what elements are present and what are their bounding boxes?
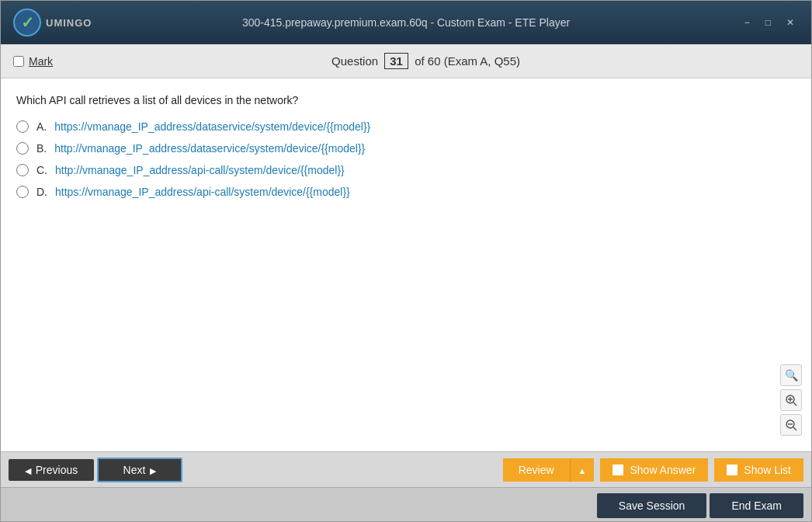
show-list-checkbox-icon — [727, 465, 737, 475]
question-text: Which API call retrieves a list of all d… — [16, 94, 796, 106]
previous-button[interactable]: Previous — [9, 459, 94, 481]
logo-text: UMINGO — [46, 17, 92, 29]
option-a: A. https://vmanage_IP_address/dataservic… — [16, 120, 796, 133]
option-c-radio[interactable] — [16, 164, 29, 176]
question-number: 31 — [384, 53, 408, 69]
zoom-out-icon — [785, 419, 797, 431]
option-d-letter: D. — [36, 186, 47, 198]
svg-line-5 — [793, 427, 796, 430]
bottom-action-bar: Save Session End Exam — [1, 487, 811, 522]
previous-label: Previous — [36, 464, 78, 476]
option-a-text: https://vmanage_IP_address/dataservice/s… — [54, 120, 370, 133]
option-a-radio[interactable] — [16, 120, 29, 133]
close-button[interactable]: ✕ — [782, 16, 799, 30]
option-b-letter: B. — [36, 142, 47, 155]
option-a-letter: A. — [36, 120, 47, 133]
zoom-in-icon — [785, 394, 797, 406]
option-c: C. http://vmanage_IP_address/api-call/sy… — [16, 164, 796, 176]
show-answer-checkbox-icon — [612, 465, 623, 475]
next-button[interactable]: Next — [97, 458, 182, 482]
previous-chevron-icon — [25, 464, 31, 476]
titlebar: ✓ UMINGO 300-415.prepaway.premium.exam.6… — [1, 1, 811, 44]
logo-circle: ✓ — [13, 9, 41, 37]
search-button[interactable]: 🔍 — [780, 364, 802, 386]
option-d-radio[interactable] — [16, 186, 29, 198]
option-b-radio[interactable] — [16, 142, 29, 155]
mark-label: Mark — [29, 55, 53, 68]
window-title: 300-415.prepaway.premium.exam.60q - Cust… — [242, 16, 570, 29]
question-info: Question 31 of 60 (Exam A, Q55) — [331, 53, 520, 69]
review-chevron-icon — [578, 464, 587, 476]
option-c-text: http://vmanage_IP_address/api-call/syste… — [55, 164, 345, 176]
option-b: B. http://vmanage_IP_address/dataservice… — [16, 142, 796, 155]
option-d: D. https://vmanage_IP_address/api-call/s… — [16, 186, 796, 198]
svg-line-1 — [793, 402, 796, 405]
zoom-tools: 🔍 — [780, 364, 802, 436]
logo: ✓ UMINGO — [13, 9, 92, 37]
option-b-text: http://vmanage_IP_address/dataservice/sy… — [54, 142, 365, 155]
maximize-button[interactable]: □ — [761, 16, 776, 30]
question-total: of 60 (Exam A, Q55) — [415, 54, 520, 68]
question-header: Mark Question 31 of 60 (Exam A, Q55) — [1, 44, 811, 78]
zoom-out-button[interactable] — [780, 414, 802, 436]
option-c-letter: C. — [36, 164, 47, 176]
review-button[interactable]: Review — [503, 458, 570, 482]
review-group: Review — [503, 458, 595, 482]
bottom-nav: Previous Next Review Show Answer Show Li… — [1, 451, 811, 487]
save-session-button[interactable]: Save Session — [597, 493, 707, 518]
zoom-in-button[interactable] — [780, 389, 802, 411]
options-list: A. https://vmanage_IP_address/dataservic… — [16, 120, 796, 198]
option-d-text: https://vmanage_IP_address/api-call/syst… — [55, 186, 350, 198]
next-label: Next — [123, 464, 146, 476]
end-exam-button[interactable]: End Exam — [710, 493, 803, 518]
show-list-button[interactable]: Show List — [714, 458, 803, 482]
minimize-button[interactable]: − — [740, 16, 755, 30]
show-list-label: Show List — [744, 464, 791, 476]
question-label: Question — [331, 54, 378, 68]
mark-checkbox-container[interactable]: Mark — [13, 55, 53, 68]
show-answer-button[interactable]: Show Answer — [600, 458, 708, 482]
review-dropdown-button[interactable] — [570, 458, 595, 482]
logo-check-icon: ✓ — [21, 13, 34, 32]
next-chevron-icon — [150, 464, 156, 476]
window-controls: − □ ✕ — [740, 16, 799, 30]
content-area: Which API call retrieves a list of all d… — [1, 78, 811, 451]
show-answer-label: Show Answer — [630, 464, 696, 476]
mark-checkbox-input[interactable] — [13, 56, 24, 67]
